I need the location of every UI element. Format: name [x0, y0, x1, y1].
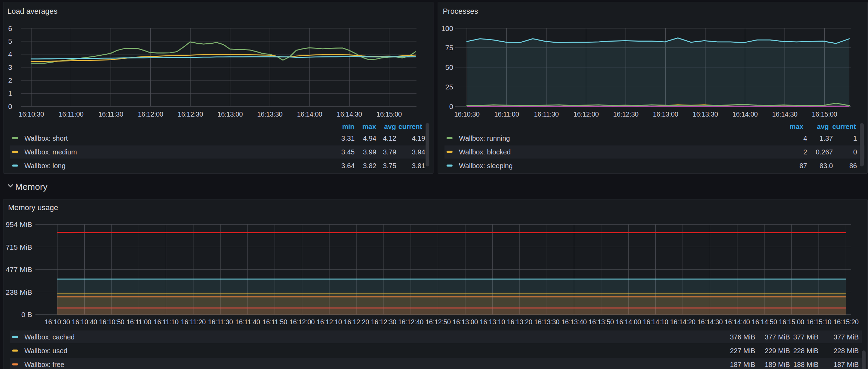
svg-text:16:10:50: 16:10:50	[99, 318, 125, 326]
svg-text:83.0: 83.0	[819, 162, 833, 170]
svg-text:16:12:20: 16:12:20	[344, 318, 369, 326]
svg-text:16:12:00: 16:12:00	[138, 110, 163, 118]
svg-text:1: 1	[853, 134, 857, 142]
svg-text:3.64: 3.64	[341, 162, 355, 170]
svg-text:228 MiB: 228 MiB	[834, 347, 859, 355]
svg-text:477 MiB: 477 MiB	[6, 265, 32, 273]
svg-text:100: 100	[441, 24, 453, 32]
svg-text:16:14:00: 16:14:00	[297, 110, 322, 118]
svg-text:Wallbox: cached: Wallbox: cached	[24, 333, 75, 341]
svg-text:avg: avg	[817, 123, 829, 130]
svg-text:min: min	[342, 123, 354, 130]
svg-text:2: 2	[8, 76, 12, 84]
svg-text:avg: avg	[384, 123, 396, 130]
svg-text:3.79: 3.79	[383, 148, 396, 156]
svg-text:3.82: 3.82	[363, 162, 376, 170]
svg-text:4.19: 4.19	[412, 134, 425, 142]
svg-text:16:10:30: 16:10:30	[45, 318, 70, 326]
svg-text:16:12:00: 16:12:00	[289, 318, 315, 326]
svg-text:Memory usage: Memory usage	[8, 203, 58, 212]
svg-text:954 MiB: 954 MiB	[6, 220, 32, 228]
svg-text:16:14:30: 16:14:30	[697, 318, 723, 326]
svg-text:86: 86	[849, 162, 857, 170]
svg-text:229 MiB: 229 MiB	[765, 347, 790, 355]
svg-text:377 MiB: 377 MiB	[793, 333, 818, 341]
svg-text:715 MiB: 715 MiB	[6, 243, 32, 251]
svg-text:Memory: Memory	[15, 182, 47, 192]
svg-text:Wallbox: long: Wallbox: long	[24, 162, 65, 170]
svg-text:Wallbox: short: Wallbox: short	[24, 134, 68, 142]
svg-text:377 MiB: 377 MiB	[834, 333, 859, 341]
svg-text:227 MiB: 227 MiB	[730, 347, 755, 355]
svg-text:Processes: Processes	[443, 7, 478, 15]
svg-text:16:12:00: 16:12:00	[574, 110, 599, 118]
svg-text:16:13:30: 16:13:30	[534, 318, 560, 326]
svg-text:3: 3	[8, 63, 12, 71]
svg-text:16:12:40: 16:12:40	[398, 318, 424, 326]
svg-text:16:15:00: 16:15:00	[812, 110, 837, 118]
svg-text:187 MiB: 187 MiB	[834, 361, 859, 368]
svg-text:16:12:30: 16:12:30	[613, 110, 639, 118]
svg-text:16:14:00: 16:14:00	[732, 110, 758, 118]
svg-text:3.94: 3.94	[412, 148, 425, 156]
svg-text:0: 0	[8, 102, 12, 110]
svg-text:Wallbox: used: Wallbox: used	[24, 347, 67, 355]
svg-text:5: 5	[8, 37, 12, 45]
svg-text:16:13:20: 16:13:20	[507, 318, 533, 326]
svg-text:16:15:00: 16:15:00	[376, 110, 402, 118]
svg-text:2: 2	[803, 148, 807, 156]
svg-text:16:12:30: 16:12:30	[178, 110, 203, 118]
svg-text:16:13:30: 16:13:30	[693, 110, 718, 118]
svg-text:16:11:00: 16:11:00	[494, 110, 519, 118]
svg-text:4.94: 4.94	[363, 134, 376, 142]
svg-text:16:10:40: 16:10:40	[72, 318, 97, 326]
svg-text:188 MiB: 188 MiB	[793, 361, 818, 368]
svg-text:16:11:00: 16:11:00	[127, 318, 152, 326]
svg-text:Wallbox: blocked: Wallbox: blocked	[459, 148, 511, 156]
svg-text:Wallbox: medium: Wallbox: medium	[24, 148, 77, 156]
svg-text:16:11:20: 16:11:20	[181, 318, 206, 326]
svg-text:4: 4	[803, 134, 807, 142]
svg-text:189 MiB: 189 MiB	[765, 361, 790, 368]
svg-text:3.75: 3.75	[383, 162, 396, 170]
svg-text:187 MiB: 187 MiB	[730, 361, 755, 368]
svg-text:16:12:10: 16:12:10	[317, 318, 342, 326]
svg-text:16:11:10: 16:11:10	[154, 318, 179, 326]
svg-text:16:14:30: 16:14:30	[337, 110, 362, 118]
svg-text:16:12:30: 16:12:30	[371, 318, 396, 326]
svg-text:Wallbox: running: Wallbox: running	[459, 134, 510, 142]
svg-text:1: 1	[8, 89, 12, 97]
svg-text:16:15:00: 16:15:00	[779, 318, 804, 326]
svg-text:6: 6	[8, 24, 12, 32]
svg-text:16:10:30: 16:10:30	[19, 110, 44, 118]
svg-text:max: max	[362, 123, 376, 130]
svg-text:16:11:30: 16:11:30	[208, 318, 233, 326]
svg-text:0 B: 0 B	[21, 311, 32, 318]
svg-text:16:13:00: 16:13:00	[653, 110, 678, 118]
svg-text:16:11:50: 16:11:50	[262, 318, 288, 326]
svg-text:16:13:50: 16:13:50	[589, 318, 614, 326]
svg-text:4: 4	[8, 50, 12, 58]
svg-text:16:14:20: 16:14:20	[670, 318, 696, 326]
svg-text:Wallbox: free: Wallbox: free	[24, 361, 64, 368]
svg-text:16:13:30: 16:13:30	[257, 110, 283, 118]
svg-text:4.12: 4.12	[383, 134, 396, 142]
svg-text:75: 75	[445, 44, 453, 52]
svg-text:16:14:30: 16:14:30	[772, 110, 797, 118]
svg-text:16:13:00: 16:13:00	[452, 318, 478, 326]
svg-text:1.37: 1.37	[819, 134, 833, 142]
svg-text:3.81: 3.81	[412, 162, 425, 170]
svg-text:0.267: 0.267	[816, 148, 833, 156]
svg-text:3.99: 3.99	[363, 148, 376, 156]
svg-text:16:15:20: 16:15:20	[833, 318, 859, 326]
svg-text:16:11:30: 16:11:30	[534, 110, 559, 118]
svg-text:16:14:10: 16:14:10	[643, 318, 668, 326]
svg-text:3.45: 3.45	[341, 148, 355, 156]
svg-text:0: 0	[853, 148, 857, 156]
svg-text:16:14:00: 16:14:00	[616, 318, 641, 326]
svg-text:16:13:00: 16:13:00	[217, 110, 243, 118]
svg-text:16:13:10: 16:13:10	[480, 318, 505, 326]
svg-text:50: 50	[445, 63, 453, 71]
svg-text:max: max	[790, 123, 803, 130]
svg-text:228 MiB: 228 MiB	[793, 347, 818, 355]
